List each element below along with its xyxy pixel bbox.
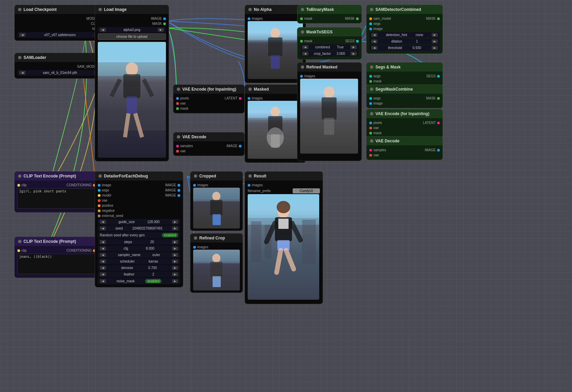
noise-prev[interactable]: ◄ [100, 279, 106, 283]
random-seed-field[interactable]: Random seed after every gen enabled [98, 232, 180, 238]
dilation-field[interactable]: ◄ dilation 1 ► [369, 38, 440, 44]
feather-next[interactable]: ► [172, 272, 178, 276]
latent-label: LATENT [225, 96, 237, 100]
ckpt-field[interactable]: ◄ v07_v07.safetensors ► [17, 32, 103, 38]
vae-decode-2-header: VAE Decode [367, 137, 443, 145]
ckpt-prev[interactable]: ◄ [19, 33, 26, 37]
svg-point-11 [270, 28, 280, 38]
d-model-port [98, 194, 101, 197]
sampler-next[interactable]: ► [172, 253, 178, 257]
combined-prev[interactable]: ◄ [302, 45, 308, 49]
node-dot [301, 8, 304, 11]
feather-label: feather [124, 272, 134, 276]
thr-next[interactable]: ► [432, 46, 438, 50]
sm-segs-port [369, 75, 372, 78]
node-dot [177, 88, 180, 91]
vae-port-decode [176, 150, 179, 153]
steps-next[interactable]: ► [172, 240, 178, 244]
dil-label: dilation [391, 40, 402, 43]
smc-image-port [369, 102, 372, 105]
image-next[interactable]: ► [158, 28, 164, 32]
image-select-field[interactable]: ◄ alpha3.png ► [98, 27, 166, 33]
filename-prefix-value[interactable]: ComfyUI [293, 188, 320, 193]
steps-prev[interactable]: ◄ [100, 240, 106, 244]
dil-next[interactable]: ► [432, 40, 438, 43]
dil-prev[interactable]: ◄ [371, 40, 377, 43]
sm-segs-label: segs [373, 74, 381, 78]
vae-in-port [176, 102, 179, 105]
vae-label-decode: vae [180, 149, 186, 153]
load-image-node: Load Image IMAGE MASK ◄ alpha3.png ► cho… [95, 5, 169, 161]
guide-size-field[interactable]: ◄ guide_size 128.000 ► [98, 219, 180, 225]
prompt-1-input[interactable]: 1girl, pink short pants [17, 188, 96, 209]
noise-next[interactable]: ► [172, 279, 178, 283]
thr-prev[interactable]: ◄ [371, 46, 377, 50]
conditioning-out-label-1: CONDITIONING [66, 183, 92, 187]
node-dot [194, 236, 197, 240]
denoise-next[interactable]: ► [172, 266, 178, 270]
no-alpha-header: No Alpha [245, 5, 306, 14]
ve2-mask-label: mask [373, 131, 382, 135]
feather-prev[interactable]: ◄ [100, 272, 106, 276]
d-image-port [98, 184, 101, 187]
vd2-samples-label: samples [373, 148, 386, 152]
node-dot [18, 174, 21, 178]
noise-toggle[interactable]: enabled [145, 279, 161, 283]
detection-hint-field[interactable]: ◄ detection_hint none ► [369, 32, 440, 38]
node-dot [248, 174, 252, 178]
mts-mask-label: mask [304, 39, 312, 43]
result-images-port [248, 184, 250, 187]
image-preview [98, 42, 166, 158]
steps-field[interactable]: ◄ steps 20 ► [98, 239, 180, 245]
seed-next[interactable]: ► [172, 226, 178, 230]
svg-point-16 [270, 107, 280, 117]
detailer-title: DetailerForEachDebug [104, 174, 148, 178]
random-seed-toggle[interactable]: enabled [162, 233, 178, 237]
threshold-field[interactable]: ◄ threshold 0.930 ► [369, 45, 440, 51]
pixels-port [176, 97, 179, 100]
d-seed-port [98, 215, 101, 217]
combined-field[interactable]: ◄ combined True ► [300, 44, 359, 50]
masked-title: Masked [254, 87, 269, 92]
crop-factor-field[interactable]: ◄ crop_factor 3.000 ► [300, 51, 359, 57]
filename-prefix-label: filename_prefix [248, 189, 271, 193]
guide-prev[interactable]: ◄ [100, 220, 106, 224]
choose-file-button[interactable]: choose file to upload [98, 33, 166, 40]
noise-label: noise_mask [117, 279, 135, 283]
vae-decode-2-node: VAE Decode samples IMAGE vae [366, 136, 443, 160]
seed-label: seed [115, 226, 123, 230]
sampler-prev[interactable]: ◄ [100, 253, 106, 257]
dh-next[interactable]: ► [432, 33, 438, 37]
node-dot [301, 30, 304, 34]
combined-next[interactable]: ► [351, 45, 357, 49]
tb-mask-out: MASK [345, 17, 355, 20]
sampler-field[interactable]: ◄ sampler_name euler ► [98, 252, 180, 258]
image-out-label: IMAGE [151, 17, 162, 20]
thr-label: threshold [388, 46, 402, 50]
seed-field[interactable]: ◄ seed 1048032768687491 ► [98, 225, 180, 231]
crop-prev[interactable]: ◄ [302, 52, 308, 56]
cfg-prev[interactable]: ◄ [100, 247, 106, 250]
dh-prev[interactable]: ◄ [371, 33, 377, 37]
prompt-2-input[interactable]: jeans, ((black)) [17, 254, 96, 274]
crop-next[interactable]: ► [351, 52, 357, 56]
cfg-next[interactable]: ► [172, 247, 178, 250]
denoise-field[interactable]: ◄ denoise 0.700 ► [98, 265, 180, 271]
sam-model-field[interactable]: ◄ sam_vit_b_01ec64.pth ► [17, 70, 103, 76]
feather-field[interactable]: ◄ feather 2 ► [98, 271, 180, 277]
noise-mask-field[interactable]: ◄ noise_mask enabled ► [98, 278, 180, 284]
ckpt-value: v07_v07.safetensors [44, 33, 76, 37]
sam-prev[interactable]: ◄ [19, 71, 26, 75]
sched-prev[interactable]: ◄ [100, 260, 106, 263]
cfg-field[interactable]: ◄ cfg 8.000 ► [98, 246, 180, 251]
image-prev[interactable]: ◄ [100, 28, 106, 32]
seed-prev[interactable]: ◄ [100, 226, 106, 230]
crop-label: crop_factor [314, 52, 331, 56]
denoise-prev[interactable]: ◄ [100, 266, 106, 270]
scheduler-field[interactable]: ◄ scheduler karras ► [98, 258, 180, 264]
masked-node: Masked images [245, 84, 306, 163]
guide-next[interactable]: ► [172, 220, 178, 224]
refined-crop-preview [193, 250, 240, 291]
mask-to-segs-title: MaskToSEGS [306, 30, 333, 34]
sched-next[interactable]: ► [172, 260, 178, 263]
